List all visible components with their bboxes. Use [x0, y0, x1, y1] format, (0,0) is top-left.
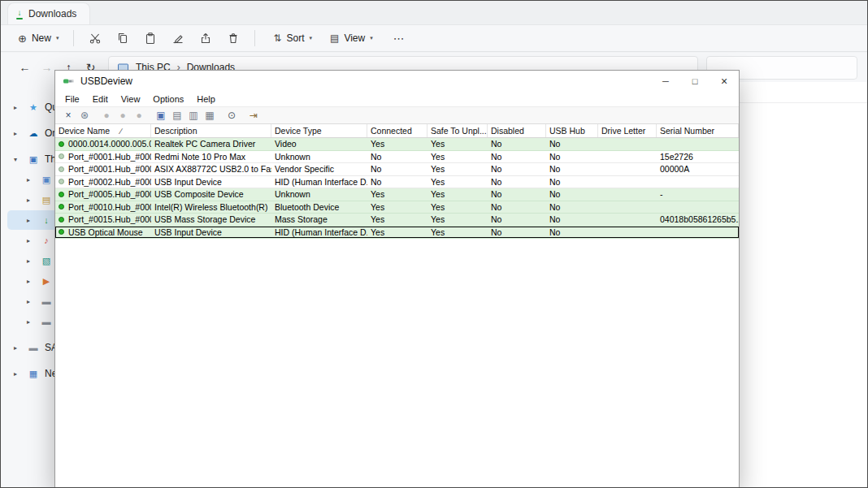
usbdeview-titlebar[interactable]: USBDeview ─ □ × [55, 71, 739, 92]
sort-indicator-icon: ∕ [120, 127, 122, 136]
column-header-safe-to-unpl[interactable]: Safe To Unpl... [427, 124, 488, 137]
menu-item-options[interactable]: Options [146, 94, 190, 104]
explorer-tab[interactable]: ↓ Downloads [7, 2, 90, 24]
cell-text: Yes [371, 215, 384, 224]
column-header-drive-letter[interactable]: Drive Letter [598, 124, 657, 137]
speed-ball-3-icon[interactable]: ● [132, 108, 146, 123]
device-row[interactable]: Port_#0005.Hub_#0001USB Composite Device… [55, 188, 739, 201]
cut-button[interactable] [81, 27, 109, 50]
minimize-button[interactable]: ─ [651, 71, 680, 92]
cell-text: No [549, 190, 560, 199]
cell-text: HID (Human Interface D... [275, 178, 367, 187]
column-header-device-type[interactable]: Device Type [271, 124, 367, 137]
cell-disabled: No [488, 176, 546, 188]
chevron-icon[interactable]: ▸ [27, 298, 35, 305]
paste-button[interactable] [137, 27, 164, 50]
cell-text: USB Optical Mouse [68, 228, 143, 237]
cell-text: No [549, 140, 560, 149]
cell-text: Yes [431, 140, 445, 149]
exit-icon[interactable]: ⇥ [246, 108, 261, 123]
cell-device-name: Port_#0010.Hub_#0001 [55, 201, 151, 214]
copy-button[interactable] [109, 27, 137, 50]
share-icon [199, 32, 212, 45]
screen: ↓ Downloads ⊕ New ▾ [0, 0, 868, 488]
cell-text: USB Composite Device [154, 190, 244, 199]
chevron-icon[interactable]: ▸ [27, 176, 35, 184]
save-icon[interactable]: ▣ [154, 108, 168, 123]
chevron-icon[interactable]: ▸ [27, 257, 35, 265]
chevron-icon[interactable]: ▸ [14, 130, 22, 137]
close-button[interactable]: × [710, 71, 739, 92]
column-header-disabled[interactable]: Disabled [488, 124, 546, 137]
device-row[interactable]: Port_#0015.Hub_#0001USB Mass Storage Dev… [55, 214, 739, 227]
device-row[interactable]: 0000.0014.0000.005.00...Realtek PC Camer… [55, 138, 739, 151]
column-header-device-name[interactable]: Device Name∕ [55, 124, 151, 137]
maximize-button[interactable]: □ [680, 71, 710, 92]
new-button[interactable]: ⊕ New ▾ [11, 28, 66, 48]
back-button[interactable]: ← [14, 57, 36, 79]
menu-item-file[interactable]: File [59, 94, 86, 104]
forward-arrow-icon: → [41, 61, 53, 74]
cell-usb-hub: No [546, 138, 598, 150]
device-row[interactable]: Port_#0001.Hub_#0001Redmi Note 10 Pro Ma… [55, 151, 739, 164]
cell-usb-hub: No [546, 176, 598, 188]
cell-serial-number [657, 176, 739, 188]
column-header-usb-hub[interactable]: USB Hub [546, 124, 598, 137]
column-header-label: Device Name [59, 126, 110, 136]
column-header-label: Serial Number [660, 126, 714, 136]
cell-description: USB Input Device [151, 176, 271, 188]
chevron-icon[interactable]: ▸ [27, 196, 35, 204]
column-header-connected[interactable]: Connected [367, 124, 427, 137]
menu-item-view[interactable]: View [115, 94, 147, 104]
cell-text: Unknown [275, 190, 310, 199]
chevron-icon[interactable]: ▸ [14, 344, 22, 352]
more-options-button[interactable]: ⋯ [387, 27, 411, 50]
device-status-icon [59, 141, 64, 147]
chevron-icon[interactable]: ▸ [14, 370, 22, 378]
cell-connected: Yes [367, 214, 427, 226]
chevron-icon[interactable]: ▸ [27, 278, 35, 285]
device-table-header: Device Name∕DescriptionDevice TypeConnec… [55, 124, 739, 138]
rename-button[interactable] [164, 27, 192, 50]
uninstall-icon[interactable]: × [61, 108, 76, 123]
cell-disabled: No [488, 227, 546, 239]
cell-text: Yes [371, 203, 384, 212]
column-header-serial-number[interactable]: Serial Number [657, 124, 739, 137]
disconnect-icon[interactable]: ⊛ [77, 108, 92, 123]
chevron-icon[interactable]: ▸ [27, 318, 35, 326]
plus-circle-icon: ⊕ [18, 33, 27, 44]
device-row[interactable]: Port_#0001.Hub_#0001ASIX AX88772C USB2.0… [55, 163, 739, 176]
cell-text: Port_#0010.Hub_#0001 [68, 203, 151, 212]
cell-description: USB Composite Device [151, 188, 271, 201]
view-button[interactable]: ▤ View ▾ [323, 28, 380, 48]
speed-ball-2-icon[interactable]: ● [115, 108, 130, 123]
cell-drive-letter [598, 163, 657, 175]
find-icon[interactable]: ⊙ [224, 108, 239, 123]
device-row[interactable]: Port_#0010.Hub_#0001Intel(R) Wireless Bl… [55, 201, 739, 214]
menu-item-help[interactable]: Help [190, 94, 222, 104]
menu-item-edit[interactable]: Edit [86, 94, 115, 104]
chevron-icon[interactable]: ▾ [14, 156, 22, 163]
cell-safe-to-unpl: Yes [427, 151, 488, 163]
copy-icon[interactable]: ▥ [186, 108, 201, 123]
device-row[interactable]: Port_#0002.Hub_#0001USB Input DeviceHID … [55, 176, 739, 189]
chevron-icon[interactable]: ▸ [27, 217, 35, 224]
delete-button[interactable] [219, 27, 247, 50]
cell-text: No [549, 153, 560, 162]
cell-description: ASIX AX88772C USB2.0 to Fast... [151, 163, 271, 175]
cell-text: USB Input Device [154, 178, 222, 187]
cell-serial-number: 04018b05861265b5... [657, 214, 739, 226]
device-status-icon [59, 229, 64, 235]
chevron-icon[interactable]: ▸ [27, 237, 35, 244]
cell-text: Port_#0015.Hub_#0001 [68, 215, 151, 224]
column-header-description[interactable]: Description [151, 124, 271, 137]
html-report-icon[interactable]: ▤ [170, 108, 184, 123]
cell-text: Yes [431, 190, 445, 199]
properties-icon[interactable]: ▦ [202, 108, 217, 123]
cell-device-type: Vendor Specific [271, 163, 367, 175]
chevron-icon[interactable]: ▸ [14, 104, 22, 111]
device-row[interactable]: USB Optical MouseUSB Input DeviceHID (Hu… [55, 227, 739, 240]
speed-ball-1-icon[interactable]: ● [99, 108, 114, 123]
sort-button[interactable]: ⇅ Sort ▾ [266, 28, 319, 48]
share-button[interactable] [192, 27, 219, 50]
